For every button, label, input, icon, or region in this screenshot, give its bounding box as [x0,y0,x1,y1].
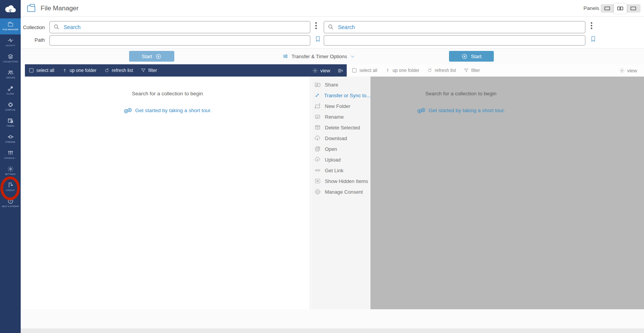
left-collection-search-input[interactable] [49,21,310,33]
up-one-folder-button[interactable]: up one folder [62,68,97,73]
tour-link[interactable]: Get started by taking a short tour. [370,106,551,114]
globus-logo[interactable]: g [0,0,21,18]
view-label: view [627,68,637,73]
flow-nodes-icon [7,85,14,92]
sidebar-item-compute[interactable]: COMPUTE [0,99,21,115]
right-path-input[interactable] [324,35,585,46]
left-path-input[interactable] [49,35,310,46]
menu-item-label: Rename [325,114,344,120]
start-right-button[interactable]: Start [449,51,494,62]
transfer-start-row: Start Transfer & Timer Options Start [21,48,644,64]
right-panel-toolbar: select all up one folder refresh list fi… [347,64,644,77]
refresh-list-button[interactable]: refresh list [104,68,133,73]
sidebar: g FILE MANAGER ACTIVITY COLLECTIONS GROU… [0,0,21,333]
menu-item-label: Show Hidden Items [325,178,368,184]
menu-item-new-folder[interactable]: New Folder [311,101,370,111]
search-icon [328,24,334,30]
chip-icon [7,101,14,108]
panel-layout-control [601,4,641,13]
sidebar-item-label: SETTINGS [5,173,15,175]
left-collection-search [49,21,310,33]
up-arrow-icon [385,68,390,73]
tour-icon [123,106,133,114]
up-one-folder-label: up one folder [393,68,420,73]
menu-item-transfer-or-sync[interactable]: Transfer or Sync to... [311,90,370,101]
play-circle-icon [155,53,162,60]
refresh-icon [104,68,110,73]
file-action-menu: Share Transfer or Sync to... New Folder … [311,77,370,309]
layers-icon [7,53,14,60]
tour-link-label: Get started by taking a short tour. [429,108,505,113]
filter-button[interactable]: filter [141,68,157,73]
select-all-checkbox[interactable]: select all [29,68,54,73]
panels-label: Panels [583,0,599,17]
sidebar-item-label: GROUPS [6,77,15,79]
tour-link[interactable]: Get started by taking a short tour. [25,106,310,114]
wide-panel-button[interactable] [627,4,640,13]
stream-box-icon [7,134,14,140]
menu-item-get-link[interactable]: Get Link [311,165,370,176]
wide-panel-icon [629,5,637,11]
sidebar-item-label: COLLECTIONS [3,60,18,63]
menu-item-share[interactable]: Share [311,79,370,90]
delete-x-icon [314,124,321,131]
sidebar-item-timers[interactable]: TIMERS [0,115,21,131]
collapse-menu-icon[interactable] [337,68,344,73]
sidebar-item-streams[interactable]: STREAMS [0,131,21,147]
menu-item-manage-consent[interactable]: Manage Consent [311,186,370,197]
sidebar-item-activity[interactable]: ACTIVITY [0,34,21,51]
menu-item-open[interactable]: Open [311,144,370,154]
left-file-panel: Search for a collection to begin Get sta… [25,77,310,309]
right-collection-search-input[interactable] [324,21,585,33]
start-right-label: Start [471,54,481,59]
view-settings-button[interactable]: view [312,68,330,73]
menu-item-delete-selected[interactable]: Delete Selected [311,122,370,133]
filter-funnel-icon [464,68,469,73]
calendar-check-icon [7,118,14,124]
left-collection-menu-dots[interactable] [314,21,318,30]
menu-item-label: Share [325,82,338,88]
select-all-checkbox[interactable]: select all [352,68,377,73]
menu-item-upload[interactable]: Upload [311,154,370,165]
checkbox-icon [29,68,34,73]
menu-item-download[interactable]: Download [311,133,370,144]
left-panel-toolbar: select all up one folder refresh list fi… [25,64,347,77]
transfer-timer-options-label: Transfer & Timer Options [292,54,347,59]
transfer-arrows-icon [314,92,320,99]
right-bookmark-icon[interactable] [590,34,596,44]
page-header: File Manager Panels [21,0,644,17]
filter-button[interactable]: filter [464,68,480,73]
select-all-label: select all [359,68,377,73]
transfer-timer-options[interactable]: Transfer & Timer Options [282,51,355,62]
sidebar-item-groups[interactable]: GROUPS [0,67,21,83]
left-bookmark-icon[interactable] [315,34,321,44]
up-one-folder-button[interactable]: up one folder [385,68,420,73]
sidebar-item-flows[interactable]: FLOWS [0,83,21,99]
gear-icon [312,68,318,73]
sidebar-item-label: FLOWS [7,93,14,95]
sidebar-item-file-manager[interactable]: FILE MANAGER [0,18,21,34]
search-area: Collection Path [21,17,644,48]
svg-text:g: g [9,7,11,13]
menu-collapse-icon [337,68,344,73]
right-collection-menu-dots[interactable] [590,21,593,30]
view-settings-button[interactable]: view [619,68,637,73]
up-one-folder-label: up one folder [70,68,97,73]
single-panel-button[interactable] [601,4,614,13]
menu-item-show-hidden-items[interactable]: Show Hidden Items [311,176,370,186]
menu-item-label: Delete Selected [325,125,360,131]
dual-panel-button[interactable] [614,3,627,14]
path-label: Path [21,37,45,43]
sidebar-item-collections[interactable]: COLLECTIONS [0,51,21,67]
page-title: File Manager [41,0,79,17]
refresh-list-button[interactable]: refresh list [427,68,456,73]
tour-link-label: Get started by taking a short tour. [135,108,212,113]
menu-item-label: Upload [325,157,341,163]
start-left-button[interactable]: Start [129,51,174,62]
right-file-panel: Search for a collection to begin Get sta… [370,77,644,309]
sidebar-item-console[interactable]: CONSOLE [0,147,21,163]
cloud-upload-icon [314,156,321,163]
menu-item-rename[interactable]: Rename [311,111,370,122]
up-arrow-icon [62,68,67,73]
chevron-down-icon [15,157,16,158]
